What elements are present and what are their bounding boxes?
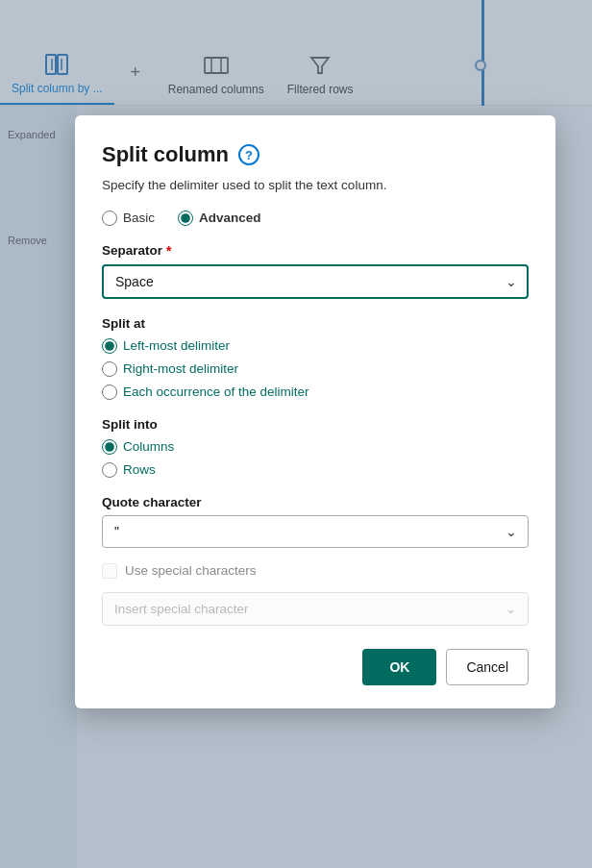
- modal-actions: OK Cancel: [102, 649, 529, 685]
- separator-select-wrapper: Space Comma Tab Semicolon Custom ⌄: [102, 264, 529, 299]
- use-special-chars-label: Use special characters: [125, 563, 257, 578]
- split-at-label: Split at: [102, 316, 529, 331]
- quote-char-select-wrapper: " ' None ⌄: [102, 515, 529, 548]
- use-special-chars-checkbox: [102, 563, 117, 579]
- quote-char-select[interactable]: " ' None: [102, 515, 529, 548]
- insert-special-text: Insert special character: [114, 602, 498, 616]
- insert-special-row: Insert special character ⌄: [102, 592, 529, 626]
- split-at-leftmost-text: Left-most delimiter: [123, 338, 230, 353]
- split-into-radio-group: Columns Rows: [102, 439, 529, 478]
- required-star: *: [166, 243, 171, 259]
- modal-title-row: Split column ?: [102, 142, 529, 167]
- split-into-columns-text: Columns: [123, 439, 174, 454]
- mode-advanced-text: Advanced: [199, 211, 261, 225]
- split-at-leftmost-label[interactable]: Left-most delimiter: [102, 338, 529, 354]
- split-at-radio-group: Left-most delimiter Right-most delimiter…: [102, 338, 529, 400]
- mode-advanced-radio[interactable]: [178, 211, 193, 226]
- ok-button[interactable]: OK: [362, 649, 436, 685]
- split-into-columns-label[interactable]: Columns: [102, 439, 529, 455]
- split-column-modal: Split column ? Specify the delimiter use…: [75, 115, 555, 708]
- mode-basic-label[interactable]: Basic: [102, 211, 155, 226]
- help-icon[interactable]: ?: [238, 144, 259, 165]
- cancel-button[interactable]: Cancel: [446, 649, 529, 685]
- split-into-rows-radio[interactable]: [102, 462, 117, 478]
- split-at-each-text: Each occurrence of the delimiter: [123, 384, 309, 399]
- split-at-each-label[interactable]: Each occurrence of the delimiter: [102, 384, 529, 400]
- use-special-chars-row: Use special characters: [102, 563, 529, 579]
- split-into-label: Split into: [102, 417, 529, 432]
- split-at-leftmost-radio[interactable]: [102, 338, 117, 354]
- modal-description: Specify the delimiter used to split the …: [102, 177, 529, 195]
- modal-title: Split column: [102, 142, 229, 167]
- insert-special-chevron-icon: ⌄: [506, 602, 516, 616]
- mode-advanced-label[interactable]: Advanced: [178, 211, 261, 226]
- split-at-each-radio[interactable]: [102, 384, 117, 400]
- split-at-rightmost-label[interactable]: Right-most delimiter: [102, 361, 529, 377]
- split-at-rightmost-text: Right-most delimiter: [123, 361, 238, 376]
- split-at-rightmost-radio[interactable]: [102, 361, 117, 377]
- mode-basic-text: Basic: [123, 211, 155, 225]
- separator-label: Separator *: [102, 243, 529, 259]
- separator-select[interactable]: Space Comma Tab Semicolon Custom: [102, 264, 529, 299]
- split-into-rows-label[interactable]: Rows: [102, 462, 529, 478]
- mode-basic-radio[interactable]: [102, 211, 117, 226]
- split-into-columns-radio[interactable]: [102, 439, 117, 455]
- mode-radio-group: Basic Advanced: [102, 211, 529, 226]
- split-into-rows-text: Rows: [123, 462, 156, 477]
- quote-char-label: Quote character: [102, 495, 529, 509]
